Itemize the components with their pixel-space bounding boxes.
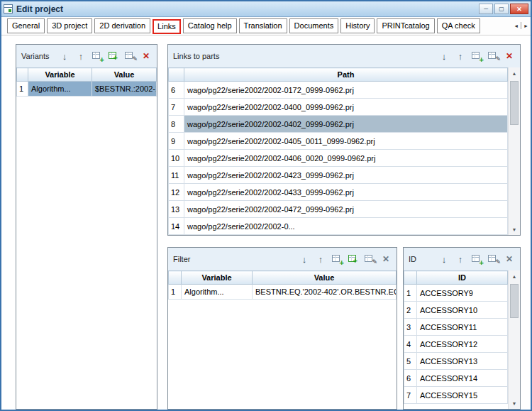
delete-row-icon[interactable]: ✕	[504, 253, 515, 265]
scroll-thumb[interactable]	[510, 81, 519, 125]
vertical-scrollbar[interactable]: ▲ ▼	[508, 270, 520, 409]
table-row[interactable]: 1ACCESSORY9	[404, 285, 508, 302]
move-down-icon[interactable]: ↓	[299, 253, 310, 265]
move-up-icon[interactable]: ↑	[455, 253, 466, 265]
add-row-icon[interactable]: +	[471, 253, 482, 265]
path-column-header[interactable]: Path	[184, 68, 508, 82]
row-number-cell[interactable]: 14	[169, 218, 184, 235]
value-column-header[interactable]: Value	[92, 68, 157, 82]
table-row[interactable]: 12wago/pg22/serie2002/2002-0433_0999-096…	[169, 184, 508, 201]
close-button[interactable]: ✕	[510, 4, 528, 14]
cell-id[interactable]: ACCESSORY12	[417, 336, 508, 353]
row-number-cell[interactable]: 5	[404, 353, 417, 370]
move-down-icon[interactable]: ↓	[438, 253, 450, 265]
table-row[interactable]: 2ACCESSORY10	[404, 302, 508, 319]
tab-scroll-right-icon[interactable]: ►	[523, 23, 529, 29]
tab-printcatalog[interactable]: PRINTcatalog	[377, 18, 434, 33]
row-number-cell[interactable]: 1	[17, 82, 28, 97]
cell-value[interactable]: $BESTNR.:2002-1201	[92, 82, 157, 97]
cell-id[interactable]: ACCESSORY9	[417, 285, 508, 302]
table-row[interactable]: 1Algorithm...$BESTNR.:2002-1201	[17, 82, 157, 97]
delete-row-icon[interactable]: ✕	[140, 50, 152, 62]
table-row[interactable]: 6ACCESSORY14	[404, 370, 508, 387]
cell-id[interactable]: ACCESSORY11	[417, 319, 508, 336]
insert-row-icon[interactable]: +	[108, 50, 119, 62]
table-row[interactable]: 5ACCESSORY13	[404, 353, 508, 370]
add-row-icon[interactable]: +	[471, 50, 482, 62]
scroll-up-icon[interactable]: ▲	[509, 270, 520, 282]
cell-variable[interactable]: Algorithm...	[28, 82, 92, 97]
cell-id[interactable]: ACCESSORY15	[417, 387, 508, 404]
row-number-cell[interactable]: 2	[404, 302, 417, 319]
titlebar[interactable]: Edit project ─ ▢ ✕	[1, 1, 531, 17]
row-number-cell[interactable]: 13	[169, 201, 184, 218]
minimize-button[interactable]: ─	[479, 4, 493, 14]
cell-path[interactable]: wago/pg22/serie2002/2002-0433_0999-0962.…	[184, 184, 508, 201]
insert-row-icon[interactable]: +	[348, 253, 359, 265]
row-number-cell[interactable]: 4	[404, 336, 417, 353]
tab-links[interactable]: Links	[153, 19, 181, 34]
delete-row-icon[interactable]: ✕	[504, 50, 515, 62]
tab-documents[interactable]: Documents	[289, 18, 339, 33]
move-up-icon[interactable]: ↑	[315, 253, 326, 265]
move-up-icon[interactable]: ↑	[455, 50, 466, 62]
row-number-cell[interactable]: 1	[169, 285, 182, 300]
scroll-down-icon[interactable]: ▼	[509, 398, 520, 409]
row-number-cell[interactable]: 12	[169, 184, 184, 201]
row-number-cell[interactable]: 7	[169, 99, 184, 116]
cell-value[interactable]: BESTNR.EQ.'2002-402'.OR.BESTNR.EQ.'2002-…	[253, 285, 397, 300]
edit-row-icon[interactable]: ✎	[364, 253, 375, 265]
tab-history[interactable]: History	[340, 18, 375, 33]
cell-id[interactable]: ACCESSORY14	[417, 370, 508, 387]
cell-path[interactable]: wago/pg22/serie2002/2002-0405_0011_0999-…	[184, 133, 508, 150]
add-row-icon[interactable]: +	[92, 50, 103, 62]
edit-row-icon[interactable]: ✎	[124, 50, 135, 62]
tab-general[interactable]: General	[7, 18, 45, 33]
edit-row-icon[interactable]: ✎	[487, 50, 499, 62]
table-row[interactable]: 3ACCESSORY11	[404, 319, 508, 336]
cell-id[interactable]: ACCESSORY10	[417, 302, 508, 319]
cell-path[interactable]: wago/pg22/serie2002/2002-0172_0999-0962.…	[184, 82, 508, 99]
move-up-icon[interactable]: ↑	[75, 50, 87, 62]
row-number-cell[interactable]: 10	[169, 150, 184, 167]
cell-id[interactable]: ACCESSORY13	[417, 353, 508, 370]
cell-path[interactable]: wago/pg22/serie2002/2002-0423_0999-0962.…	[184, 167, 508, 184]
add-row-icon[interactable]: +	[331, 253, 343, 265]
row-number-cell[interactable]: 7	[404, 387, 417, 404]
tab-2d-derivation[interactable]: 2D derivation	[94, 18, 150, 33]
row-number-cell[interactable]: 11	[169, 167, 184, 184]
table-row[interactable]: 4ACCESSORY12	[404, 336, 508, 353]
move-down-icon[interactable]: ↓	[438, 50, 450, 62]
tab-translation[interactable]: Translation	[239, 18, 287, 33]
table-row[interactable]: 7ACCESSORY15	[404, 387, 508, 404]
table-row[interactable]: 7wago/pg22/serie2002/2002-0400_0999-0962…	[169, 99, 508, 116]
cell-variable[interactable]: Algorithm...	[182, 285, 253, 300]
value-column-header[interactable]: Value	[253, 271, 397, 285]
cell-path[interactable]: wago/pg22/serie2002/2002-0...	[184, 218, 508, 235]
row-number-cell[interactable]: 8	[169, 116, 184, 133]
variable-column-header[interactable]: Variable	[28, 68, 92, 82]
scroll-down-icon[interactable]: ▼	[509, 224, 520, 235]
row-number-cell[interactable]: 6	[404, 370, 417, 387]
table-row[interactable]: 8wago/pg22/serie2002/2002-0402_0999-0962…	[169, 116, 508, 133]
tab-scroll-left-icon[interactable]: ◄	[513, 23, 519, 29]
cell-path[interactable]: wago/pg22/serie2002/2002-0400_0999-0962.…	[184, 99, 508, 116]
tab-catalog-help[interactable]: Catalog help	[183, 18, 237, 33]
table-row[interactable]: 11wago/pg22/serie2002/2002-0423_0999-096…	[169, 167, 508, 184]
row-number-cell[interactable]: 9	[169, 133, 184, 150]
maximize-button[interactable]: ▢	[494, 4, 509, 14]
table-row[interactable]: 14wago/pg22/serie2002/2002-0...	[169, 218, 508, 235]
edit-row-icon[interactable]: ✎	[487, 253, 499, 265]
row-number-cell[interactable]: 6	[169, 82, 184, 99]
table-row[interactable]: 13wago/pg22/serie2002/2002-0472_0999-096…	[169, 201, 508, 218]
id-column-header[interactable]: ID	[417, 271, 508, 285]
vertical-scrollbar[interactable]: ▲ ▼	[508, 67, 520, 235]
move-down-icon[interactable]: ↓	[59, 50, 70, 62]
cell-path[interactable]: wago/pg22/serie2002/2002-0402_0999-0962.…	[184, 116, 508, 133]
table-row[interactable]: 6wago/pg22/serie2002/2002-0172_0999-0962…	[169, 82, 508, 99]
table-row[interactable]: 9wago/pg22/serie2002/2002-0405_0011_0999…	[169, 133, 508, 150]
tab-3d-project[interactable]: 3D project	[47, 18, 92, 33]
scroll-thumb[interactable]	[510, 284, 519, 318]
table-row[interactable]: 10wago/pg22/serie2002/2002-0406_0020_099…	[169, 150, 508, 167]
tab-qa-check[interactable]: QA check	[437, 18, 480, 33]
